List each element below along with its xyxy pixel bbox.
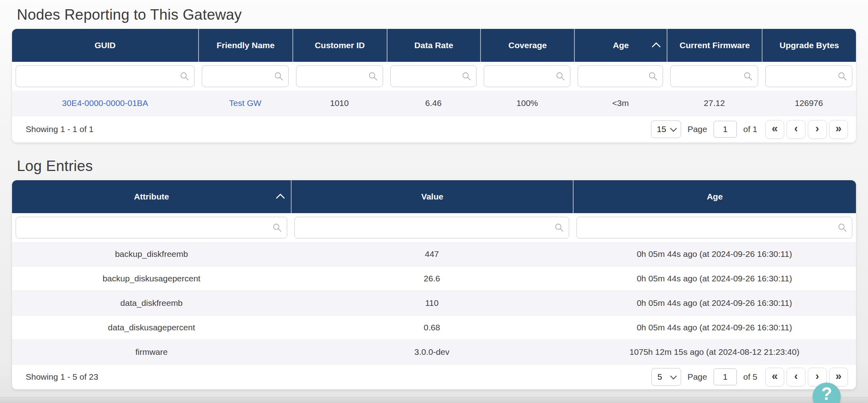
- prev-page-button[interactable]: ‹: [787, 368, 805, 387]
- search-icon: [837, 222, 848, 233]
- search-icon: [272, 222, 282, 233]
- page-size-select[interactable]: 15: [651, 120, 681, 138]
- pagination-controls: 5 Page of 5 « ‹ › »: [651, 368, 848, 387]
- column-header-coverage[interactable]: Coverage: [480, 29, 574, 62]
- last-page-button[interactable]: »: [829, 120, 848, 139]
- filter-input-box: [294, 217, 569, 238]
- page: Nodes Reporting to This Gateway GUIDFrie…: [0, 6, 868, 389]
- log-entries-table: AttributeValueAge backup_diskfreemb4470h…: [12, 180, 856, 389]
- filter-input-box: [16, 217, 287, 238]
- filter-input-box: [578, 65, 663, 87]
- search-icon: [555, 71, 566, 81]
- showing-label: Showing 1 - 5 of 23: [20, 372, 98, 382]
- table-row: firmware3.0.0-dev1075h 12m 15s ago (at 2…: [12, 340, 856, 364]
- search-icon: [837, 71, 848, 81]
- filter-input-box: [765, 65, 852, 87]
- nodes-table-header-row: GUIDFriendly NameCustomer IDData RateCov…: [12, 29, 856, 62]
- column-header-data-rate[interactable]: Data Rate: [387, 29, 481, 62]
- search-icon: [743, 71, 753, 81]
- age-filter-input[interactable]: [577, 217, 852, 238]
- table-cell: 27.12: [667, 98, 762, 108]
- page-label: Page: [688, 124, 707, 134]
- table-cell: 1075h 12m 15s ago (at 2024-08-12 21:23:4…: [573, 347, 856, 357]
- table-cell: 0h 05m 44s ago (at 2024-09-26 16:30:11): [573, 249, 856, 259]
- filter-input-box: [16, 65, 195, 87]
- column-header-customer-id[interactable]: Customer ID: [292, 29, 387, 62]
- cell-link[interactable]: Test GW: [198, 98, 292, 108]
- nodes-table-body: 30E4-0000-0000-01BATest GW10106.46100%<3…: [12, 91, 856, 116]
- table-cell: 110: [291, 298, 573, 308]
- column-header-age[interactable]: Age: [573, 180, 856, 213]
- column-header-label: Current Firmware: [679, 41, 750, 50]
- filter-cell: [12, 217, 291, 238]
- table-cell: data_diskusagepercent: [12, 323, 291, 332]
- column-header-label: Coverage: [509, 41, 547, 50]
- filter-cell: [480, 65, 574, 87]
- search-icon: [368, 71, 378, 81]
- log-table-body: backup_diskfreemb4470h 05m 44s ago (at 2…: [12, 242, 856, 364]
- search-icon: [179, 71, 190, 81]
- table-cell: 6.46: [387, 98, 481, 108]
- search-icon: [648, 71, 658, 81]
- bottom-divider: [0, 397, 868, 403]
- table-cell: 100%: [480, 98, 574, 108]
- log-table-pagination-bar: Showing 1 - 5 of 23 5 Page of 5 « ‹ › »: [12, 364, 856, 389]
- page-label: Page: [688, 372, 707, 382]
- nodes-table: GUIDFriendly NameCustomer IDData RateCov…: [12, 29, 856, 142]
- column-header-guid[interactable]: GUID: [12, 29, 198, 62]
- search-icon: [461, 71, 472, 81]
- page-size-value: 5: [657, 372, 662, 382]
- column-header-current-firmware[interactable]: Current Firmware: [667, 29, 762, 62]
- column-header-friendly-name[interactable]: Friendly Name: [198, 29, 292, 62]
- search-icon: [554, 222, 564, 233]
- page-number-input[interactable]: [714, 121, 737, 138]
- filter-cell: [292, 65, 387, 87]
- table-row: backup_diskfreemb4470h 05m 44s ago (at 2…: [12, 242, 856, 267]
- showing-label: Showing 1 - 1 of 1: [20, 124, 93, 134]
- page-number-input[interactable]: [714, 368, 737, 385]
- nodes-table-pagination-bar: Showing 1 - 1 of 1 15 Page of 1 « ‹ › »: [12, 116, 856, 142]
- table-cell: 1010: [292, 98, 387, 108]
- column-header-label: Customer ID: [315, 41, 365, 50]
- table-row: 30E4-0000-0000-01BATest GW10106.46100%<3…: [12, 91, 856, 116]
- table-cell: 447: [291, 249, 573, 259]
- filter-cell: [667, 65, 762, 87]
- table-cell: data_diskfreemb: [12, 298, 291, 308]
- table-cell: 126976: [762, 98, 856, 108]
- column-header-attribute[interactable]: Attribute: [12, 180, 291, 213]
- nodes-table-title: Nodes Reporting to This Gateway: [17, 6, 856, 23]
- pager-buttons: « ‹ › »: [765, 368, 848, 387]
- table-cell: <3m: [574, 98, 667, 108]
- column-header-label: Age: [613, 41, 629, 50]
- column-header-age[interactable]: Age: [574, 29, 667, 62]
- table-row: data_diskfreemb1100h 05m 44s ago (at 202…: [12, 291, 856, 315]
- filter-input-box: [670, 65, 758, 87]
- table-cell: firmware: [12, 347, 291, 357]
- pager-buttons: « ‹ › »: [765, 120, 848, 139]
- filter-cell: [387, 65, 481, 87]
- chevron-down-icon: [670, 125, 677, 132]
- filter-input-box: [296, 65, 383, 87]
- page-count-label: of 5: [743, 372, 757, 382]
- table-cell: 3.0.0-dev: [291, 347, 573, 357]
- chevron-down-icon: [670, 373, 677, 380]
- table-cell: 0h 05m 44s ago (at 2024-09-26 16:30:11): [573, 274, 856, 283]
- attribute-filter-input[interactable]: [16, 217, 287, 238]
- first-page-button[interactable]: «: [765, 368, 784, 387]
- column-header-label: Upgrade Bytes: [780, 41, 839, 50]
- page-size-select[interactable]: 5: [651, 368, 681, 386]
- filter-input-box: [484, 65, 570, 87]
- column-header-upgrade-bytes[interactable]: Upgrade Bytes: [762, 29, 856, 62]
- column-header-label: Value: [421, 192, 443, 202]
- first-page-button[interactable]: «: [765, 120, 784, 139]
- filter-cell: [762, 65, 856, 87]
- column-header-label: GUID: [95, 41, 116, 50]
- prev-page-button[interactable]: ‹: [787, 120, 805, 139]
- cell-link[interactable]: 30E4-0000-0000-01BA: [12, 98, 198, 108]
- table-row: backup_diskusagepercent26.60h 05m 44s ag…: [12, 267, 856, 291]
- column-header-value[interactable]: Value: [291, 180, 573, 213]
- next-page-button[interactable]: ›: [808, 120, 827, 139]
- guid-filter-input[interactable]: [16, 66, 194, 87]
- value-filter-input[interactable]: [295, 217, 569, 238]
- column-header-label: Attribute: [134, 192, 169, 202]
